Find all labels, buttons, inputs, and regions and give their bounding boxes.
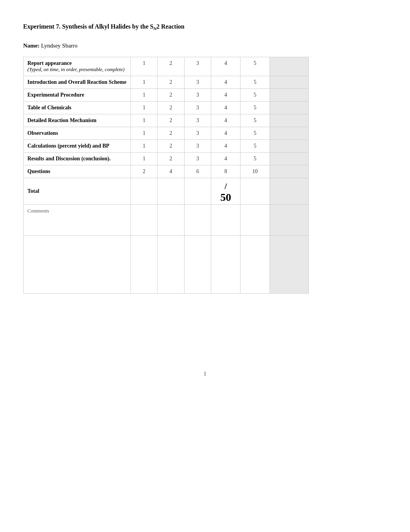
row-label-experimental-procedure: Experimental Procedure: [24, 89, 131, 102]
title-text-before: Experiment 7. Synthesis of Alkyl Halides…: [23, 23, 153, 30]
row-label-table-chemicals: Table of Chemicals: [24, 102, 131, 114]
score-4: 4: [211, 140, 241, 153]
score-2: 2: [158, 153, 184, 165]
score-2: 2: [158, 102, 184, 114]
score-4: 4: [211, 127, 241, 140]
score-5: 5: [241, 140, 270, 153]
score-4: 4: [211, 114, 241, 127]
comments-row: Comments: [24, 205, 309, 236]
table-row: Observations 1 2 3 4 5: [24, 127, 309, 140]
score-1: 1: [130, 89, 157, 102]
score-5: 5: [241, 102, 270, 114]
row-label-introduction: Introduction and Overall Reaction Scheme: [24, 76, 131, 89]
score-3: 3: [184, 89, 211, 102]
score-1: 1: [130, 57, 157, 76]
empty-1: [24, 236, 131, 294]
table-row: Introduction and Overall Reaction Scheme…: [24, 76, 309, 89]
total-blank-2: [158, 178, 184, 205]
table-row: Table of Chemicals 1 2 3 4 5: [24, 102, 309, 114]
total-row: Total / 50: [24, 178, 309, 205]
row-sublabel: (Typed, on time, in order, presentable, …: [27, 66, 125, 72]
empty-7: [269, 236, 308, 294]
total-label: Total: [24, 178, 131, 205]
score-1: 1: [130, 102, 157, 114]
empty-3: [158, 236, 184, 294]
row-label-results-discussion: Results and Discussion (conclusion).: [24, 153, 131, 165]
total-blank-1: [130, 178, 157, 205]
comments-blank-3: [184, 205, 211, 236]
score-5: 10: [241, 165, 270, 178]
total-value: 50: [215, 191, 236, 204]
score-blank: [269, 76, 308, 89]
score-3: 3: [184, 140, 211, 153]
comments-blank-4: [211, 205, 241, 236]
score-2: 2: [158, 57, 184, 76]
empty-4: [184, 236, 211, 294]
comments-label: Comments: [24, 205, 131, 236]
name-label: Name:: [23, 42, 39, 49]
empty-6: [241, 236, 270, 294]
score-3: 3: [184, 114, 211, 127]
score-blank: [269, 153, 308, 165]
score-blank: [269, 114, 308, 127]
total-blank-6: [269, 178, 308, 205]
score-4: 4: [211, 153, 241, 165]
row-label-report-appearance: Report appearance (Typed, on time, in or…: [24, 57, 131, 76]
score-2: 2: [158, 127, 184, 140]
comments-blank-2: [158, 205, 184, 236]
score-2: 2: [158, 114, 184, 127]
total-slash: /: [215, 181, 236, 191]
total-blank-5: [241, 178, 270, 205]
score-5: 5: [241, 89, 270, 102]
score-5: 5: [241, 153, 270, 165]
score-4: 8: [211, 165, 241, 178]
score-4: 4: [211, 57, 241, 76]
table-row: Calculations (percent yield) and BP 1 2 …: [24, 140, 309, 153]
score-3: 3: [184, 57, 211, 76]
empty-5: [211, 236, 241, 294]
score-blank: [269, 89, 308, 102]
table-row: Questions 2 4 6 8 10: [24, 165, 309, 178]
table-row: Results and Discussion (conclusion). 1 2…: [24, 153, 309, 165]
table-row: Detailed Reaction Mechanism 1 2 3 4 5: [24, 114, 309, 127]
comments-blank-6: [269, 205, 308, 236]
row-label-questions: Questions: [24, 165, 131, 178]
empty-2: [130, 236, 157, 294]
score-1: 1: [130, 127, 157, 140]
score-4: 4: [211, 89, 241, 102]
score-1: 1: [130, 114, 157, 127]
empty-row: [24, 236, 309, 294]
score-5: 5: [241, 127, 270, 140]
score-5: 5: [241, 57, 270, 76]
title-text-after: 2 Reaction: [156, 23, 184, 30]
score-3: 3: [184, 76, 211, 89]
row-label-calculations: Calculations (percent yield) and BP: [24, 140, 131, 153]
score-3: 6: [184, 165, 211, 178]
score-2: 2: [158, 140, 184, 153]
name-value: Lyndsey Sbarro: [41, 42, 78, 49]
score-3: 3: [184, 127, 211, 140]
page-number: 1: [204, 371, 207, 377]
rubric-table: Report appearance (Typed, on time, in or…: [23, 57, 309, 294]
score-2: 2: [158, 89, 184, 102]
score-blank: [269, 165, 308, 178]
comments-blank-1: [130, 205, 157, 236]
table-row: Report appearance (Typed, on time, in or…: [24, 57, 309, 76]
score-blank: [269, 140, 308, 153]
row-label-observations: Observations: [24, 127, 131, 140]
score-5: 5: [241, 76, 270, 89]
page-footer: 1: [23, 371, 387, 377]
score-3: 3: [184, 153, 211, 165]
table-row: Experimental Procedure 1 2 3 4 5: [24, 89, 309, 102]
total-blank-3: [184, 178, 211, 205]
score-1: 1: [130, 76, 157, 89]
row-label-detailed-mechanism: Detailed Reaction Mechanism: [24, 114, 131, 127]
score-2: 2: [158, 76, 184, 89]
total-slash-cell: / 50: [211, 178, 241, 205]
comments-blank-5: [241, 205, 270, 236]
page-title: Experiment 7. Synthesis of Alkyl Halides…: [23, 23, 387, 31]
score-1: 1: [130, 153, 157, 165]
name-line: Name: Lyndsey Sbarro: [23, 42, 387, 49]
score-2: 4: [158, 165, 184, 178]
score-blank: [269, 127, 308, 140]
